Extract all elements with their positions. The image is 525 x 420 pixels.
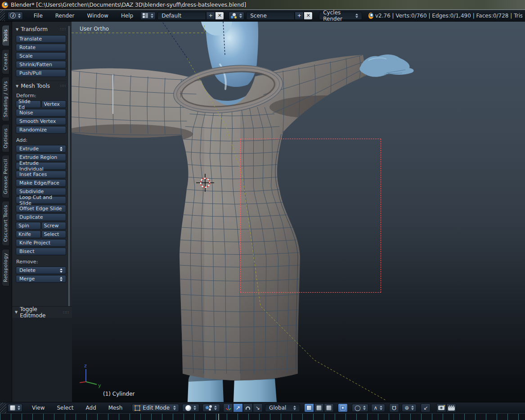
menu-window[interactable]: Window (82, 13, 114, 19)
layout-add-button[interactable]: + (206, 12, 215, 20)
title-bar[interactable]: Blender* [C:\Users\Gretchen\Documents\DA… (0, 0, 525, 10)
render-still-button[interactable]: ✦ (436, 403, 446, 412)
tool-button-make-edge-face[interactable]: Make Edge/Face (16, 179, 66, 187)
screen-layout-selector[interactable] (140, 12, 156, 20)
delete-label: Delete (19, 267, 36, 273)
panel-grip-icon[interactable]: ∷∷ (60, 27, 66, 32)
tab-grease-pencil[interactable]: Grease Pencil (2, 155, 9, 198)
menu-help[interactable]: Help (116, 13, 139, 19)
delete-dropdown[interactable]: Delete (16, 266, 66, 274)
mode-label: Edit Mode (143, 405, 170, 411)
toolshelf-scrollbar[interactable] (67, 25, 71, 320)
layout-delete-button[interactable]: ✕ (215, 12, 224, 20)
timeline-strip[interactable] (0, 413, 525, 420)
corner-grip-icon[interactable] (0, 402, 6, 413)
edge-select-button[interactable] (314, 403, 324, 412)
merge-dropdown[interactable]: Merge (16, 275, 66, 283)
tab-oscurart-tools[interactable]: Oscurart Tools (2, 201, 9, 246)
tool-button-knife[interactable]: Knife (16, 230, 41, 238)
tool-button-extrude-individual[interactable]: Extrude Individual (16, 162, 66, 170)
menu-render[interactable]: Render (50, 13, 80, 19)
tab-tools[interactable]: Tools (2, 25, 9, 46)
tool-button-shrink-fatten[interactable]: Shrink/Fatten (16, 61, 66, 68)
select-mode-group (304, 403, 334, 412)
tab-create[interactable]: Create (2, 49, 9, 74)
tool-button-screw[interactable]: Screw (41, 222, 67, 230)
tool-button-noise[interactable]: Noise (16, 109, 66, 117)
menu-file[interactable]: File (28, 13, 48, 19)
falloff-dropdown[interactable]: ∧ (371, 404, 386, 412)
timeline-current-frame-marker[interactable] (218, 414, 219, 420)
tab-retopology[interactable]: Retopology (2, 249, 9, 286)
viewport-3d[interactable]: User Ortho (72, 22, 525, 402)
collapse-caret-icon: ▼ (15, 310, 18, 314)
manipulator-toggle-button[interactable] (223, 403, 233, 412)
tool-button-offset-edge-slide[interactable]: Offset Edge Slide (16, 205, 66, 212)
manipulator-rotate-button[interactable] (243, 403, 253, 412)
face-select-button[interactable] (324, 403, 334, 412)
editor-type-selector[interactable] (8, 404, 22, 412)
tool-button-duplicate[interactable]: Duplicate (16, 213, 66, 221)
tool-button-translate[interactable]: Translate (16, 35, 66, 43)
manipulator-scale-button[interactable]: ↘ (253, 403, 263, 412)
menu-select[interactable]: Select (51, 405, 79, 411)
toggle-editmode-panel-header[interactable]: ▼ Toggle Editmode ∷∷ (12, 306, 72, 318)
tool-button-inset-faces[interactable]: Inset Faces (16, 171, 66, 178)
panel-grip-icon[interactable]: ∷∷ (60, 84, 66, 88)
snap-element-dropdown[interactable]: ⊕ (402, 404, 417, 412)
remove-label: Remove: (16, 259, 66, 265)
chevron-updown-icon (193, 406, 196, 410)
tool-button-loop-cut-slide[interactable]: Loop Cut and Slide (16, 196, 66, 204)
transform-orientation-dropdown[interactable]: Global (265, 404, 300, 412)
vertex-select-button[interactable] (304, 403, 314, 412)
editor-type-selector[interactable]: i (8, 12, 23, 20)
tool-button-knife-select[interactable]: Select (41, 230, 67, 238)
corner-grip-icon[interactable] (0, 10, 5, 21)
tool-button-spin[interactable]: Spin (16, 222, 41, 230)
tool-button-bisect[interactable]: Bisect (16, 248, 66, 255)
tool-button-smooth-vertex[interactable]: Smooth Vertex (16, 117, 66, 125)
tool-button-slide-edge[interactable]: Slide Ed (16, 100, 41, 108)
chevron-updown-icon (151, 14, 153, 18)
menu-add[interactable]: Add (81, 405, 102, 411)
mesh-tools-panel-header[interactable]: ▼ Mesh Tools ∷∷ (16, 83, 66, 89)
render-engine-selector[interactable]: Cycles Render (319, 12, 362, 20)
tab-options[interactable]: Options (2, 124, 9, 153)
manipulator-translate-button[interactable]: ↗ (233, 403, 243, 412)
chevron-updown-icon (173, 406, 176, 410)
viewport-shading-dropdown[interactable] (182, 404, 199, 412)
scene-add-button[interactable]: + (295, 12, 304, 20)
menu-view[interactable]: View (27, 405, 50, 411)
toolshelf-empty-area (12, 318, 72, 402)
edge-cube-icon (316, 405, 322, 411)
tool-button-push-pull[interactable]: Push/Pull (16, 69, 66, 77)
mode-dropdown[interactable]: Edit Mode (132, 404, 179, 412)
deform-label: Deform: (16, 93, 66, 99)
render-animation-button[interactable] (446, 403, 456, 412)
scene-delete-button[interactable]: ✕ (304, 12, 313, 20)
snap-toggle-button[interactable]: Ω (389, 403, 399, 412)
axis-z-label: z (84, 363, 87, 369)
scene-selector[interactable] (229, 12, 244, 20)
axis-y-label: y (98, 383, 101, 388)
pivot-point-dropdown[interactable] (202, 404, 220, 412)
tab-shading-uvs[interactable]: Shading / UVs (2, 77, 9, 122)
transform-panel-header[interactable]: ▼ Transform ∷∷ (16, 26, 66, 32)
tool-button-scale[interactable]: Scale (16, 52, 66, 60)
extrude-dropdown[interactable]: Extrude (16, 145, 66, 153)
engine-name: Cycles Render (323, 9, 352, 22)
tool-button-rotate[interactable]: Rotate (16, 44, 66, 51)
layout-name-field[interactable]: Default (157, 12, 206, 20)
chevron-updown-icon (293, 406, 296, 410)
scene-datablock: Scene + ✕ (246, 12, 313, 20)
tool-button-randomize[interactable]: Randomize (16, 126, 66, 134)
tool-button-knife-project[interactable]: Knife Project (16, 239, 66, 247)
proportional-edit-dropdown[interactable]: ◯ (352, 404, 368, 412)
scene-name-field[interactable]: Scene (246, 12, 295, 20)
manipulate-center-points-button[interactable]: ↙ (421, 403, 431, 412)
panel-grip-icon[interactable]: ∷∷ (63, 310, 69, 315)
chevron-updown-icon (355, 14, 358, 18)
menu-mesh[interactable]: Mesh (103, 405, 128, 411)
tool-button-slide-vertex[interactable]: Vertex (41, 100, 67, 108)
occlude-geometry-button[interactable] (338, 403, 348, 412)
